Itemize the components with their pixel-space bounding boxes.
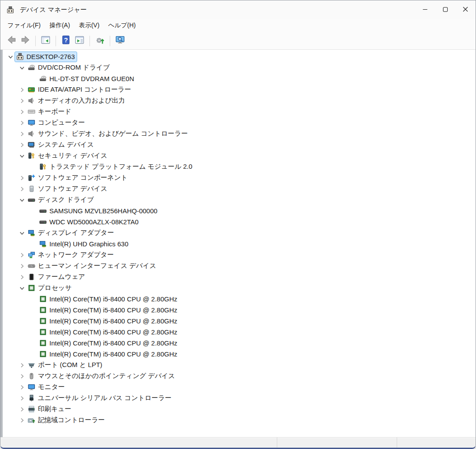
tree-row[interactable]: Intel(R) Core(TM) i5-8400 CPU @ 2.80GHz [3, 349, 476, 360]
tree-row[interactable]: マウスとそのほかのポインティング デバイス [3, 371, 476, 382]
tree-item[interactable]: ネットワーク アダプター [26, 250, 115, 260]
tree-row[interactable]: ソフトウェア デバイス [3, 183, 476, 194]
tree-row[interactable]: 印刷キュー [3, 404, 476, 415]
chevron-right-icon[interactable] [18, 119, 26, 127]
properties-button[interactable] [73, 34, 86, 48]
tree-row[interactable]: DVD/CD-ROM ドライブ [3, 62, 476, 73]
chevron-right-icon[interactable] [18, 108, 26, 116]
tree-item[interactable]: Intel(R) Core(TM) i5-8400 CPU @ 2.80GHz [38, 305, 179, 315]
chevron-right-icon[interactable] [18, 383, 26, 391]
tree-row[interactable]: Intel(R) Core(TM) i5-8400 CPU @ 2.80GHz [3, 293, 476, 304]
tree-item[interactable]: ヒューマン インターフェイス デバイス [26, 261, 158, 271]
tree-row[interactable]: Intel(R) UHD Graphics 630 [3, 238, 476, 249]
tree-row[interactable]: オーディオの入力および出力 [3, 95, 476, 106]
help-button[interactable]: ? [59, 34, 73, 48]
chevron-right-icon[interactable] [18, 416, 26, 424]
tree-row[interactable]: コンピューター [3, 117, 476, 128]
tree-item[interactable]: サウンド、ビデオ、およびゲーム コントローラー [26, 129, 190, 139]
tree-item[interactable]: HL-DT-ST DVDRAM GUE0N [38, 74, 136, 84]
chevron-right-icon[interactable] [18, 361, 26, 369]
tree-item[interactable]: プロセッサ [26, 283, 74, 293]
tree-row[interactable]: キーボード [3, 106, 476, 117]
tree-item[interactable]: DVD/CD-ROM ドライブ [26, 63, 112, 73]
tree-row[interactable]: WDC WD5000AZLX-08K2TA0 [3, 216, 476, 227]
back-arrow-button[interactable] [5, 34, 19, 48]
menu-item-2[interactable]: 表示(V) [74, 20, 104, 31]
tree-row[interactable]: SAMSUNG MZVLB256HAHQ-00000 [3, 205, 476, 216]
tree-item[interactable]: ポート (COM と LPT) [26, 360, 104, 370]
tree-item[interactable]: 記憶域コントローラー [26, 416, 107, 425]
tree-item[interactable]: ファームウェア [26, 272, 87, 282]
chevron-right-icon[interactable] [18, 130, 26, 138]
tree-item[interactable]: DESKTOP-2763 [15, 52, 77, 62]
close-button[interactable] [455, 0, 476, 19]
tree-row[interactable]: 記憶域コントローラー [3, 415, 476, 426]
tree-item[interactable]: Intel(R) Core(TM) i5-8400 CPU @ 2.80GHz [38, 349, 179, 359]
tree-item[interactable]: ソフトウェア デバイス [26, 184, 109, 194]
chevron-right-icon[interactable] [18, 97, 26, 105]
menu-item-1[interactable]: 操作(A) [45, 20, 74, 31]
scan-hardware-changes-button[interactable] [113, 34, 127, 48]
tree-row[interactable]: セキュリティ デバイス [3, 150, 476, 161]
maximize-button[interactable] [435, 0, 455, 19]
tree-item[interactable]: コンピューター [26, 118, 87, 128]
tree-item[interactable]: 印刷キュー [26, 404, 73, 414]
tree-item[interactable]: トラステッド プラットフォーム モジュール 2.0 [38, 162, 194, 172]
tree-row[interactable]: ファームウェア [3, 271, 476, 282]
tree-item[interactable]: ソフトウェア コンポーネント [26, 173, 129, 183]
tree-row[interactable]: IDE ATA/ATAPI コントローラー [3, 84, 476, 95]
show-console-tree-button[interactable] [39, 34, 52, 48]
tree-item[interactable]: SAMSUNG MZVLB256HAHQ-00000 [38, 206, 159, 216]
menu-item-3[interactable]: ヘルプ(H) [104, 20, 140, 31]
chevron-right-icon[interactable] [18, 174, 26, 182]
menu-item-0[interactable]: ファイル(F) [3, 20, 45, 31]
chevron-right-icon[interactable] [18, 86, 26, 94]
tree-row[interactable]: Intel(R) Core(TM) i5-8400 CPU @ 2.80GHz [3, 338, 476, 349]
tree-row[interactable]: サウンド、ビデオ、およびゲーム コントローラー [3, 128, 476, 139]
chevron-right-icon[interactable] [18, 394, 26, 402]
chevron-right-icon[interactable] [18, 185, 26, 193]
chevron-right-icon[interactable] [18, 405, 26, 413]
tree-item[interactable]: Intel(R) UHD Graphics 630 [38, 239, 130, 249]
tree-row[interactable]: Intel(R) Core(TM) i5-8400 CPU @ 2.80GHz [3, 304, 476, 315]
tree-row[interactable]: プロセッサ [3, 282, 476, 293]
chevron-right-icon[interactable] [18, 141, 26, 149]
chevron-right-icon[interactable] [18, 372, 26, 380]
chevron-right-icon[interactable] [18, 273, 26, 281]
tree-row[interactable]: ポート (COM と LPT) [3, 360, 476, 371]
tree-item[interactable]: ディスク ドライブ [26, 195, 96, 205]
tree-row[interactable]: ディスク ドライブ [3, 194, 476, 205]
chevron-right-icon[interactable] [18, 251, 26, 259]
tree-row[interactable]: Intel(R) Core(TM) i5-8400 CPU @ 2.80GHz [3, 315, 476, 327]
tree-item[interactable]: WDC WD5000AZLX-08K2TA0 [38, 217, 140, 227]
tree-item[interactable]: マウスとそのほかのポインティング デバイス [26, 371, 177, 381]
chevron-down-icon[interactable] [18, 64, 26, 72]
chevron-down-icon[interactable] [18, 284, 26, 292]
tree-row[interactable]: ソフトウェア コンポーネント [3, 172, 476, 183]
tree-row[interactable]: ネットワーク アダプター [3, 249, 476, 260]
tree-row[interactable]: Intel(R) Core(TM) i5-8400 CPU @ 2.80GHz [3, 327, 476, 338]
tree-item[interactable]: Intel(R) Core(TM) i5-8400 CPU @ 2.80GHz [38, 294, 179, 304]
tree-item[interactable]: ディスプレイ アダプター [26, 228, 116, 238]
chevron-down-icon[interactable] [6, 53, 15, 61]
tree-item[interactable]: Intel(R) Core(TM) i5-8400 CPU @ 2.80GHz [38, 316, 179, 326]
tree-item[interactable]: Intel(R) Core(TM) i5-8400 CPU @ 2.80GHz [38, 338, 179, 348]
forward-arrow-button[interactable] [19, 34, 32, 48]
minimize-button[interactable] [415, 0, 435, 19]
tree-row[interactable]: HL-DT-ST DVDRAM GUE0N [3, 73, 476, 84]
chevron-down-icon[interactable] [18, 196, 26, 204]
tree-item[interactable]: セキュリティ デバイス [26, 151, 109, 161]
tree-row[interactable]: DESKTOP-2763 [3, 51, 476, 62]
tree-row[interactable]: モニター [3, 382, 476, 393]
tree-row[interactable]: ユニバーサル シリアル バス コントローラー [3, 393, 476, 404]
tree-item[interactable]: オーディオの入力および出力 [26, 96, 127, 106]
tree-row[interactable]: ヒューマン インターフェイス デバイス [3, 260, 476, 271]
tree-item[interactable]: キーボード [26, 107, 73, 117]
chevron-down-icon[interactable] [18, 229, 26, 237]
tree-row[interactable]: トラステッド プラットフォーム モジュール 2.0 [3, 161, 476, 172]
tree-item[interactable]: Intel(R) Core(TM) i5-8400 CPU @ 2.80GHz [38, 327, 179, 337]
tree-row[interactable]: ディスプレイ アダプター [3, 227, 476, 238]
chevron-right-icon[interactable] [18, 262, 26, 270]
tree-item[interactable]: ユニバーサル シリアル バス コントローラー [26, 393, 173, 403]
tree-item[interactable]: IDE ATA/ATAPI コントローラー [26, 85, 133, 95]
